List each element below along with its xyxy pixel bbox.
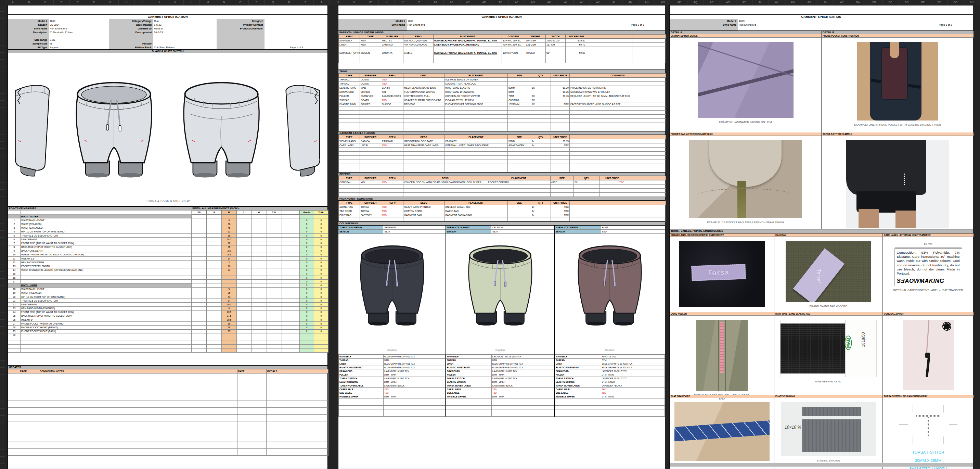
cell[interactable] — [508, 110, 531, 115]
cell[interactable]: €1.20 — [551, 86, 570, 90]
cell[interactable] — [237, 428, 267, 435]
cell[interactable] — [570, 82, 666, 86]
cell[interactable]: COATS — [360, 78, 381, 82]
cell[interactable] — [383, 406, 445, 410]
cell[interactable]: MAINSELF, POCKET BAGS, HEM FA. TUNNEL, E… — [434, 51, 502, 55]
cell[interactable]: Factory — [109, 42, 153, 46]
cell[interactable] — [267, 448, 328, 455]
cell[interactable] — [381, 119, 403, 123]
cell[interactable] — [314, 341, 328, 345]
cell[interactable] — [601, 409, 665, 413]
cell[interactable]: 0 — [300, 310, 314, 314]
cell[interactable] — [252, 226, 267, 230]
cell[interactable] — [282, 249, 300, 253]
cell[interactable] — [8, 394, 39, 400]
column-header[interactable]: R — [281, 0, 298, 5]
cell[interactable] — [192, 219, 207, 222]
cell[interactable]: LAVENDER 16-3817 TCX — [601, 376, 665, 380]
cell[interactable] — [314, 333, 328, 337]
trims-table[interactable]: TYPESUPPLIERREF #DESCPLACEMENTSIZEQTYUNI… — [339, 73, 666, 131]
cell[interactable] — [192, 226, 207, 230]
cell[interactable]: Sample size — [8, 42, 49, 46]
cell[interactable]: LEG OPENING — [21, 303, 192, 306]
cell[interactable]: 0 — [314, 280, 328, 284]
cell[interactable] — [360, 55, 381, 59]
cell[interactable] — [282, 260, 300, 264]
cell[interactable] — [339, 152, 360, 156]
cell[interactable]: PULLER — [339, 94, 360, 98]
cell[interactable] — [570, 107, 666, 110]
cell[interactable] — [267, 333, 282, 337]
cell[interactable] — [339, 123, 360, 127]
cell[interactable] — [192, 260, 207, 264]
cell[interactable] — [360, 156, 381, 160]
cell[interactable]: Size range — [8, 38, 49, 42]
cell[interactable] — [531, 90, 551, 94]
cell[interactable]: BODY - OUTER — [21, 215, 192, 219]
cell[interactable]: 0 — [314, 325, 328, 329]
cell[interactable] — [381, 115, 403, 119]
cell[interactable] — [403, 127, 444, 131]
cell[interactable] — [508, 82, 531, 86]
cell[interactable]: HEAVIER THREAD FOR ZIG-ZAG — [403, 98, 444, 102]
cell[interactable] — [551, 148, 570, 152]
cell[interactable]: TBD — [381, 98, 403, 102]
cell[interactable] — [192, 306, 207, 310]
cell[interactable] — [237, 348, 252, 352]
cell[interactable] — [207, 341, 222, 345]
column-header[interactable]: AW — [785, 0, 801, 5]
cell[interactable] — [222, 272, 237, 276]
cell[interactable]: LEG OPENING — [21, 238, 192, 241]
cell[interactable] — [252, 314, 267, 318]
cell[interactable] — [586, 39, 632, 43]
cell[interactable]: 26 — [8, 318, 21, 322]
cell[interactable]: HEAT TRANSFER CARE LABEL — [403, 144, 444, 148]
cell[interactable] — [444, 164, 508, 168]
cell[interactable] — [252, 306, 267, 310]
cell[interactable]: Season — [8, 23, 49, 27]
cell[interactable] — [570, 156, 666, 160]
cell[interactable] — [566, 55, 586, 59]
cell[interactable] — [267, 394, 328, 400]
cell[interactable]: TBD — [383, 388, 445, 391]
cell[interactable]: BLUE GRAPHITE 19-4015 TCX — [383, 355, 445, 359]
column-header[interactable]: T — [314, 0, 330, 5]
cell[interactable] — [550, 188, 574, 193]
cell[interactable] — [551, 82, 570, 86]
cell[interactable]: HEM BAND WIDTH (FINISHED) — [21, 306, 192, 310]
cell[interactable] — [555, 406, 601, 410]
cell[interactable]: 35 — [222, 245, 237, 249]
cell[interactable] — [586, 55, 632, 59]
cell[interactable] — [434, 59, 502, 63]
cell[interactable] — [267, 233, 282, 237]
cell[interactable] — [360, 217, 381, 222]
cell[interactable] — [570, 123, 666, 127]
cell[interactable] — [267, 314, 282, 318]
column-header[interactable]: AY — [818, 0, 834, 5]
cell[interactable] — [8, 407, 39, 414]
cell[interactable]: TORSA T-STITCH — [339, 376, 383, 380]
cell[interactable] — [282, 306, 300, 310]
cell[interactable]: Style name — [670, 23, 738, 27]
cell[interactable] — [403, 107, 444, 110]
cell[interactable]: SS 2024 — [49, 23, 109, 27]
cell[interactable]: KNIT — [360, 39, 381, 43]
cell[interactable]: DRAWCORD — [339, 90, 360, 94]
cell[interactable] — [570, 148, 666, 152]
cell[interactable] — [551, 119, 570, 123]
column-header[interactable]: AO — [655, 0, 671, 5]
cell[interactable] — [531, 78, 551, 82]
cell[interactable] — [237, 249, 252, 253]
cell[interactable]: 20.5 — [222, 318, 237, 322]
cell[interactable] — [446, 413, 492, 416]
cell[interactable] — [407, 27, 610, 30]
cell[interactable] — [267, 249, 282, 253]
cell[interactable]: 140/145 CM — [546, 39, 566, 43]
cell[interactable] — [237, 268, 252, 272]
cell[interactable] — [222, 280, 237, 284]
cell[interactable]: Category/Range — [109, 19, 153, 23]
cell[interactable]: TBD — [601, 391, 665, 395]
cell[interactable] — [339, 160, 360, 164]
cell[interactable] — [551, 107, 570, 110]
cell[interactable] — [237, 241, 252, 245]
